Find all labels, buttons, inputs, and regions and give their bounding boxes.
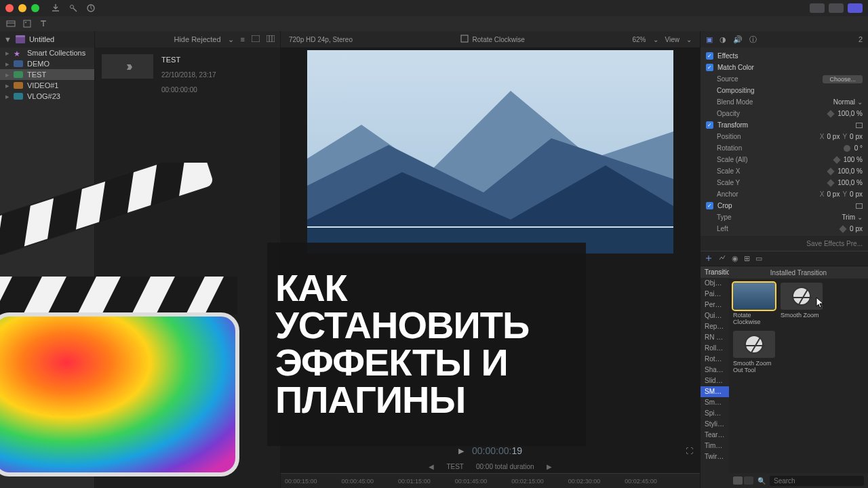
snapping-icon[interactable]: ⊞ <box>744 254 750 263</box>
transition-item[interactable]: Rotate Clockwise <box>733 283 775 325</box>
minimize-window-button[interactable] <box>18 4 26 12</box>
zoom-level[interactable]: 62% <box>632 36 646 43</box>
transition-item[interactable]: Smooth Zoom <box>781 283 823 325</box>
sidebar-item[interactable]: ▸DEMO <box>0 58 94 69</box>
filter-dropdown[interactable]: Hide Rejected <box>174 35 220 43</box>
clip-appearance-icon[interactable]: ≡ <box>241 35 245 43</box>
transition-category[interactable]: Rotation Transitions <box>701 354 729 365</box>
clip-row[interactable]: ❯❯❯❯❯❯❯ TEST 22/10/2018, 23:17 00:00:00:… <box>95 47 280 100</box>
svg-rect-2 <box>7 21 15 26</box>
disclosure-triangle-icon[interactable]: ▼ <box>4 35 12 43</box>
inspector: ▣ ◑ 🔊 ⓘ 2 Effects Match Color SourceChoo… <box>700 31 868 488</box>
show-onscreen-icon[interactable] <box>856 123 863 128</box>
save-effects-preset-button[interactable]: Save Effects Pre... <box>701 236 868 251</box>
transition-category[interactable]: Perspective Transition <box>701 300 729 310</box>
import-icon[interactable] <box>50 3 61 14</box>
timeline-project-name: TEST <box>446 463 464 470</box>
color-inspector-icon[interactable]: ◑ <box>719 35 726 44</box>
crop-type-row[interactable]: TypeTrim⌄ <box>701 211 868 223</box>
clip-thumbnail[interactable]: ❯❯❯❯❯❯❯ <box>102 54 153 79</box>
library-header[interactable]: ▼ Untitled <box>0 31 94 47</box>
sidebar-item[interactable]: ▸★Smart Collections <box>0 47 94 58</box>
library-icon[interactable] <box>5 18 16 29</box>
play-button[interactable]: ▶ <box>458 447 464 455</box>
zoom-window-button[interactable] <box>31 4 39 12</box>
solo-icon[interactable]: ◉ <box>732 254 738 263</box>
list-view-icon[interactable] <box>252 35 260 43</box>
background-tasks-icon[interactable] <box>85 3 96 14</box>
next-edit-icon[interactable]: ▶ <box>547 463 552 470</box>
workspace-button-2[interactable] <box>829 3 844 13</box>
transition-category[interactable]: Paint Transitions <box>701 289 729 300</box>
transition-label: Smooth Zoom <box>781 312 823 319</box>
overlay-headline: КАК УСТАНОВИТЬ ЭФФЕКТЫ И ПЛАГИНЫ <box>275 270 578 419</box>
checkbox-icon[interactable] <box>706 64 713 71</box>
view-menu[interactable]: View <box>665 36 680 43</box>
transition-category[interactable]: RN Luma Fade Transitions <box>701 332 729 343</box>
filmstrip-view-icon[interactable] <box>267 35 275 43</box>
transition-thumbnail[interactable] <box>733 331 775 358</box>
layout-toggle[interactable] <box>733 476 753 485</box>
transition-thumbnail[interactable] <box>733 283 775 310</box>
transition-category[interactable]: SMART.MEDIA <box>701 386 729 397</box>
transition-category[interactable]: Quick Blur Transitions <box>701 310 729 321</box>
audio-inspector-icon[interactable]: 🔊 <box>733 35 743 44</box>
transition-category[interactable]: Stylized <box>701 419 729 430</box>
library-toolbar <box>0 16 868 31</box>
transition-category[interactable]: RollWorld Matt Komo Transi... <box>701 343 729 354</box>
keyword-icon[interactable] <box>68 3 79 14</box>
timeline-ruler[interactable]: 00:00:15:0000:00:45:0000:01:15:0000:01:4… <box>281 473 700 488</box>
info-inspector-icon[interactable]: ⓘ <box>749 35 757 45</box>
anchor-row[interactable]: AnchorX0 pxY0 px <box>701 188 868 200</box>
crop-section[interactable]: Crop <box>701 200 868 211</box>
transition-category[interactable]: Timewarp Sam Kolder Tran... <box>701 441 729 451</box>
transition-thumbnail[interactable] <box>781 283 823 310</box>
effects-section[interactable]: Effects <box>701 50 868 62</box>
workspace-button-3[interactable] <box>848 3 863 13</box>
transition-category[interactable]: Shake Transition <box>701 365 729 375</box>
titles-icon[interactable] <box>38 18 49 29</box>
close-window-button[interactable] <box>5 4 14 12</box>
photos-icon[interactable] <box>22 18 33 29</box>
checkbox-icon[interactable] <box>706 52 713 60</box>
rotation-row[interactable]: Rotation0 ° <box>701 142 868 154</box>
transition-category[interactable]: Twirl Transition <box>701 451 729 462</box>
matchcolor-section[interactable]: Match Color <box>701 62 868 73</box>
opacity-row[interactable]: Opacity100,0 % <box>701 108 868 119</box>
checkbox-icon[interactable] <box>706 121 713 129</box>
show-onscreen-icon[interactable] <box>856 203 863 209</box>
choose-button[interactable]: Choose... <box>823 75 863 83</box>
timeline-duration: 00:00 total duration <box>476 463 534 470</box>
search-input[interactable] <box>770 476 864 486</box>
transition-category[interactable]: Smooth Zooms 2.0 <box>701 397 729 408</box>
transition-category[interactable]: Objects <box>701 278 729 289</box>
prev-edit-icon[interactable]: ◀ <box>429 463 434 470</box>
sidebar-item[interactable]: ▸TEST <box>0 69 94 80</box>
transition-category[interactable]: Slide Transitions <box>701 375 729 386</box>
sidebar-item[interactable]: ▸VIDEO#1 <box>0 80 94 91</box>
scale-y-row[interactable]: Scale Y100,0 % <box>701 177 868 188</box>
fullscreen-icon[interactable]: ⛶ <box>686 447 693 455</box>
sidebar-item[interactable]: ▸VLOG#23 <box>0 91 94 102</box>
checkbox-icon[interactable] <box>706 202 713 209</box>
position-row[interactable]: PositionX0 pxY0 px <box>701 131 868 142</box>
clip-appearance-icon[interactable]: ▭ <box>755 254 762 263</box>
timecode-display[interactable]: 00:00:00:19 <box>472 445 522 456</box>
blendmode-row[interactable]: Blend ModeNormal⌄ <box>701 96 868 108</box>
transition-item[interactable]: Smooth Zoom Out Tool <box>733 331 775 373</box>
video-inspector-icon[interactable]: ▣ <box>706 35 713 44</box>
workspace-button-1[interactable] <box>810 3 825 13</box>
transition-category[interactable]: Spin Transition <box>701 408 729 419</box>
transition-category[interactable]: Replicator/Clones <box>701 321 729 332</box>
skimming-icon[interactable] <box>705 254 713 264</box>
transition-category[interactable]: Tear Transitions <box>701 430 729 441</box>
event-swatch-icon <box>14 93 23 100</box>
crop-left-row[interactable]: Left0 px <box>701 223 868 235</box>
audio-skimming-icon[interactable] <box>718 254 726 264</box>
transform-section[interactable]: Transform <box>701 119 868 131</box>
rotation-dial-icon[interactable] <box>844 145 850 152</box>
transform-icon[interactable] <box>460 35 469 44</box>
svg-rect-5 <box>16 37 25 43</box>
scale-all-row[interactable]: Scale (All)100 % <box>701 154 868 165</box>
scale-x-row[interactable]: Scale X100,0 % <box>701 165 868 177</box>
